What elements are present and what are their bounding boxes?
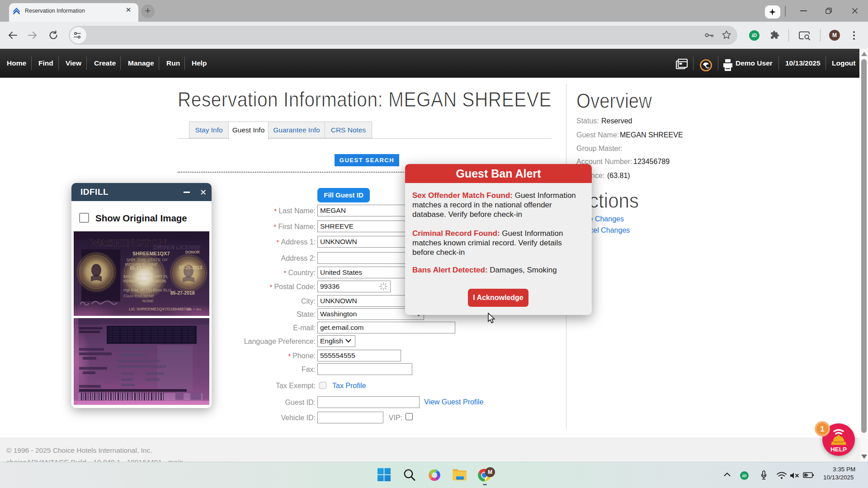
svg-text:HELP: HELP [830,446,847,453]
